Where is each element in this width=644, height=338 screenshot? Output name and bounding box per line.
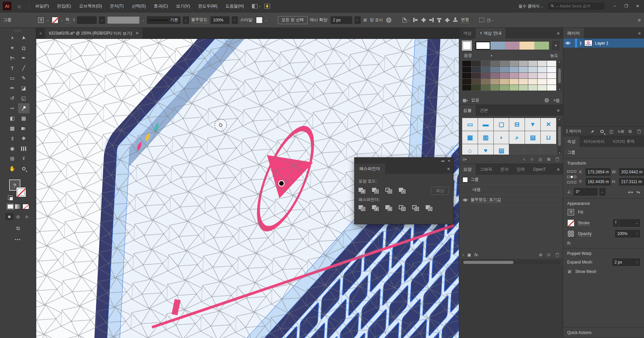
tint-swatch[interactable] (500, 67, 509, 72)
save-to-swatches-icon[interactable]: +▥ (553, 98, 559, 103)
tint-swatch[interactable] (528, 61, 537, 66)
menu-view[interactable]: 보기(V) (173, 2, 194, 10)
bounding-box-icon[interactable] (479, 18, 484, 22)
credit-card-symbol[interactable]: ▤ (525, 131, 540, 144)
flip-horizontal-icon[interactable]: ▸|◂ (628, 190, 633, 194)
tint-swatch[interactable] (490, 79, 499, 84)
tab-graphic-styles[interactable]: 그래픽 (476, 164, 496, 175)
tint-swatch[interactable] (462, 67, 471, 72)
rss-symbol[interactable]: ◗ (494, 131, 509, 144)
expand-mesh-menu[interactable]: › (634, 259, 640, 266)
menu-type[interactable]: 문자(T) (107, 2, 127, 10)
direct-selection-tool[interactable]: ➤ (18, 33, 30, 43)
touch-workspace-icon[interactable]: ✋ (264, 4, 270, 9)
stroke-swatch[interactable] (52, 17, 58, 23)
film-symbol[interactable]: ▥ (478, 131, 493, 144)
tint-swatch[interactable] (547, 73, 556, 78)
opacity-field[interactable]: 100% (211, 16, 229, 24)
stroke-stepper[interactable]: ▲▼ (613, 219, 619, 227)
mesh-expand-expander[interactable]: › (355, 16, 361, 24)
menu-select[interactable]: 선택(S) (128, 2, 149, 10)
fill-dropdown-icon[interactable]: ⌄ (47, 18, 49, 22)
stroke-weight-field[interactable] (77, 16, 97, 24)
screen-mode-icon[interactable]: ⧉ (16, 225, 20, 231)
pen-tool[interactable]: ✒ (18, 53, 30, 63)
search-symbol[interactable]: ⌕ (509, 131, 525, 144)
trim-icon[interactable] (372, 205, 379, 211)
tint-swatch[interactable] (481, 73, 490, 78)
symbol-options-icon[interactable]: ▤ (539, 157, 542, 162)
menu-object[interactable]: 오브젝트(O) (76, 2, 105, 10)
tint-swatch[interactable] (528, 73, 537, 78)
control-bar-menu-icon[interactable]: ≡ (638, 17, 641, 23)
calendar-symbol[interactable]: ▦ (462, 131, 478, 144)
clear-appearance-icon[interactable]: ⊘ (539, 252, 542, 257)
canvas[interactable]: ◂◂ ✕ 패스파인더 ≡ 모양 모드: 확장 패스파인더 (36, 39, 459, 338)
tint-swatch[interactable] (462, 79, 471, 84)
gradient-tool[interactable] (18, 123, 30, 133)
menu-effect[interactable]: 효과(C) (150, 2, 171, 10)
eyedropper-tool[interactable]: ✐ (7, 133, 18, 144)
tint-swatch[interactable] (538, 61, 547, 66)
stroke-label[interactable]: Stroke (578, 221, 590, 226)
panel-symbol[interactable]: ▢ (494, 118, 509, 131)
tint-swatch[interactable] (509, 67, 519, 72)
tint-swatch[interactable] (547, 67, 556, 72)
tint-swatch[interactable] (519, 73, 528, 78)
opacity-menu[interactable]: › (634, 230, 640, 237)
stroke-proxy[interactable] (567, 219, 575, 227)
y-field[interactable]: 162.4435 m (586, 178, 610, 185)
arrange-documents-button[interactable]: ⌄ (252, 4, 261, 8)
locate-object-icon[interactable] (599, 129, 604, 134)
menu-edit[interactable]: 편집(E) (54, 2, 74, 10)
collect-for-export-icon[interactable]: ⬈ (590, 129, 595, 134)
tint-swatch[interactable] (490, 85, 499, 91)
align-left-icon[interactable] (413, 17, 418, 22)
align-middle-icon[interactable] (445, 17, 450, 22)
layer-name[interactable]: Layer 1 (595, 41, 608, 46)
home-symbol[interactable]: ⌂ (462, 144, 478, 155)
make-mask-icon[interactable]: ◫ (609, 129, 614, 134)
document-tab[interactable]: ti323a6105.ai* @ 150% (RGB/GPU 미리 보기) ✕ (45, 28, 143, 39)
tint-grid[interactable] (462, 60, 556, 91)
menu-window[interactable]: 윈도우(W) (195, 2, 221, 10)
appearance-row-opacity[interactable]: 불투명도: 초기값 (459, 195, 563, 205)
w-field[interactable]: 202.0442 m (619, 168, 644, 176)
artboard-tool[interactable]: ⊞ (7, 154, 18, 164)
show-mesh-checkbox[interactable]: ✓ (363, 18, 368, 22)
tint-swatch[interactable] (500, 61, 509, 66)
blend-tool[interactable]: ❖ (18, 133, 30, 144)
panel-grip[interactable]: |||||||| (14, 29, 22, 32)
tint-swatch[interactable] (509, 73, 519, 78)
type-tool[interactable]: T (7, 63, 18, 73)
minus-back-icon[interactable] (426, 205, 433, 211)
shades-label[interactable]: 음영 (464, 53, 472, 58)
harmony-swatch[interactable] (490, 42, 505, 50)
add-effect-icon[interactable]: fx. (475, 252, 479, 257)
tint-swatch[interactable] (490, 67, 499, 72)
tint-swatch[interactable] (472, 61, 481, 66)
tab-image-trace[interactable]: 이미지 추적 (609, 136, 639, 147)
paintbrush-tool[interactable]: ✎ (18, 73, 30, 83)
intersect-icon[interactable] (385, 188, 393, 194)
break-link-icon[interactable]: ⊘ (531, 157, 534, 162)
tint-swatch[interactable] (481, 61, 490, 66)
harmony-swatch[interactable] (534, 42, 549, 50)
tint-swatch[interactable] (538, 79, 547, 84)
tint-swatch[interactable] (547, 79, 556, 84)
tint-swatch[interactable] (538, 67, 547, 72)
mesh-expand-field[interactable]: 2 px (331, 16, 352, 24)
select-all-pins-button[interactable]: 모든 핀 선택 (278, 16, 308, 24)
appearance-row-group[interactable]: 그룹 (459, 175, 563, 185)
show-mesh-prop-checkbox[interactable]: ✓ (567, 269, 572, 274)
tint-swatch[interactable] (500, 85, 509, 91)
delete-item-icon[interactable] (555, 252, 559, 257)
minimize-button[interactable]: – (609, 2, 621, 10)
rectangle-tool[interactable]: ▭ (7, 73, 18, 83)
symbols-menu-icon[interactable]: ≡ (553, 105, 563, 116)
tint-swatch[interactable] (472, 73, 481, 78)
restore-button[interactable]: ❐ (621, 2, 632, 10)
symbol-grid[interactable]: ▭▬▢⊟▼✕▦▥◗⌕▤⊔⌂♥▤ (462, 118, 556, 155)
minus-front-icon[interactable] (372, 188, 379, 194)
h-field[interactable]: 217.3111 m (619, 178, 644, 185)
